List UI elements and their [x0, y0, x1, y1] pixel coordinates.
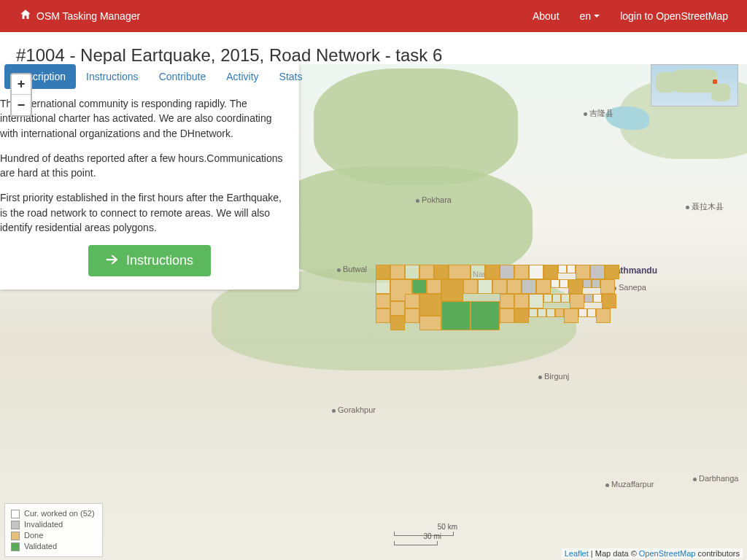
instructions-button-label: Instructions — [126, 253, 193, 268]
nav-login[interactable]: login to OpenStreetMap — [610, 10, 738, 22]
tab-instructions[interactable]: Instructions — [76, 64, 149, 89]
tab-activity[interactable]: Activity — [216, 64, 268, 89]
nav-language[interactable]: en — [570, 10, 611, 22]
zoom-out-button[interactable]: − — [12, 95, 31, 115]
city-darbhanga: Darbhanga — [693, 474, 738, 483]
minimap-marker-icon — [713, 79, 717, 84]
city-butwal: Butwal — [337, 265, 367, 273]
zoom-control: + − — [10, 73, 32, 117]
chevron-down-icon — [594, 15, 600, 18]
description-content: The international community is respondin… — [0, 89, 299, 245]
tab-stats[interactable]: Stats — [269, 64, 313, 89]
home-icon — [19, 8, 32, 25]
nav-about[interactable]: About — [522, 10, 570, 22]
map-legend: Cur. worked on (52) Invalidated Done Val… — [4, 503, 103, 557]
osm-link[interactable]: OpenStreetMap — [639, 549, 696, 558]
left-panel: Description Instructions Contribute Acti… — [0, 64, 299, 289]
overview-minimap[interactable] — [651, 64, 738, 106]
city-jilong: 吉隆县 — [584, 108, 614, 119]
task-grid[interactable] — [376, 265, 624, 352]
legend-invalidated: Invalidated — [24, 519, 63, 530]
legend-validated: Validated — [24, 541, 57, 552]
city-pokhara: Pokhara — [416, 195, 452, 204]
project-tabs: Description Instructions Contribute Acti… — [0, 64, 299, 89]
description-p1: The international community is respondin… — [0, 96, 289, 151]
legend-worked: Cur. worked on (52) — [24, 508, 95, 519]
lang-label: en — [580, 10, 592, 22]
city-nielamu: 聂拉木县 — [686, 201, 724, 212]
legend-done: Done — [24, 530, 43, 541]
brand-text: OSM Tasking Manager — [36, 10, 140, 22]
tab-contribute[interactable]: Contribute — [149, 64, 217, 89]
description-p2: Hundred of deaths reported after a few h… — [0, 151, 289, 191]
arrow-right-icon — [106, 253, 119, 268]
city-birgunj: Birgunj — [538, 372, 569, 381]
leaflet-link[interactable]: Leaflet — [565, 549, 589, 558]
city-gorakhpur: Gorakhpur — [332, 405, 376, 414]
top-navbar: OSM Tasking Manager About en login to Op… — [0, 0, 747, 32]
brand-link[interactable]: OSM Tasking Manager — [9, 8, 150, 25]
scale-bar: 50 km 30 mi — [394, 529, 454, 547]
instructions-button[interactable]: Instructions — [88, 245, 211, 276]
city-muzaffarpur: Muzaffarpur — [605, 480, 654, 489]
zoom-in-button[interactable]: + — [12, 74, 31, 95]
map-attribution: Leaflet | Map data © OpenStreetMap contr… — [562, 548, 743, 559]
description-p3: First priority established in the first … — [0, 190, 289, 245]
